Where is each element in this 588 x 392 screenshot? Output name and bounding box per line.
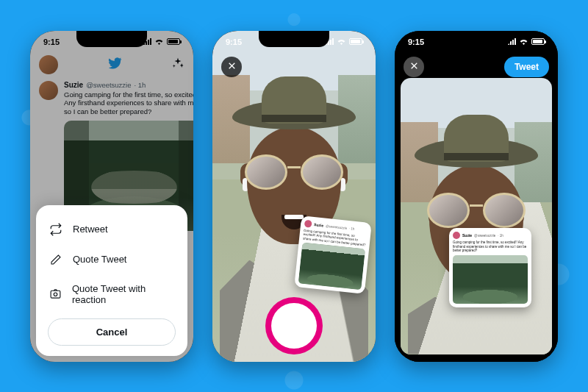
svg-rect-0 (51, 291, 60, 298)
reaction-preview[interactable]: Suzie @sweetsuzzie · 1h Going camping fo… (401, 78, 552, 354)
mini-author-name: Suzie (462, 233, 472, 238)
retweet-action-sheet: Retweet Quote Tweet Quote Tweet with rea… (36, 205, 187, 356)
mini-author-handle: @sweetsuzzie (474, 234, 495, 238)
battery-icon (531, 38, 545, 45)
quote-tweet-option[interactable]: Quote Tweet (48, 245, 176, 274)
mini-tweet-image (298, 243, 365, 291)
quote-reaction-option[interactable]: Quote Tweet with reaction (48, 274, 176, 314)
retweet-icon (49, 223, 62, 236)
retweet-option[interactable]: Retweet (48, 214, 176, 245)
mini-tweet-image (453, 255, 528, 304)
quote-label: Quote Tweet (73, 254, 126, 265)
record-button[interactable] (271, 303, 317, 349)
mini-avatar (453, 232, 460, 239)
phone-feed-actionsheet: 9:15 (30, 31, 193, 362)
notch (441, 31, 512, 47)
wifi-icon (519, 38, 528, 46)
quoted-tweet-overlay[interactable]: Suzie @sweetsuzzie · 1h Going camping fo… (449, 228, 531, 307)
mini-tweet-text: Going camping for the first time, so exc… (453, 240, 528, 252)
tweet-button[interactable]: Tweet (504, 57, 549, 77)
phone-compose-reaction: 9:15 Tweet (395, 31, 558, 362)
clock: 9:15 (226, 38, 242, 46)
cancel-button[interactable]: Cancel (48, 318, 176, 346)
mini-author-handle: @sweetsuzzie (326, 224, 347, 230)
pencil-icon (49, 254, 62, 266)
close-icon (409, 60, 419, 73)
clock: 9:15 (43, 38, 60, 46)
quoted-tweet-overlay[interactable]: Suzie @sweetsuzzie · 1h Going camping fo… (294, 216, 372, 295)
mini-age: · 1h (349, 227, 355, 231)
phone-camera-record: 9:15 (212, 31, 376, 362)
notch (76, 31, 147, 47)
clock: 9:15 (408, 38, 424, 46)
close-icon (227, 60, 237, 73)
camera-reaction-icon (49, 288, 62, 300)
close-button[interactable] (221, 57, 242, 77)
battery-icon (167, 38, 180, 45)
svg-point-1 (54, 293, 57, 296)
tweet-button-label: Tweet (514, 62, 539, 72)
wifi-icon (337, 38, 346, 46)
mini-author-name: Suzie (314, 222, 324, 227)
close-button[interactable] (404, 57, 424, 77)
battery-icon (349, 38, 362, 45)
mini-age: · 1h (498, 234, 503, 238)
notch (259, 31, 329, 47)
cancel-label: Cancel (96, 327, 128, 338)
retweet-label: Retweet (73, 224, 108, 235)
reaction-label: Quote Tweet with reaction (72, 283, 174, 305)
wifi-icon (154, 38, 164, 46)
mini-avatar (304, 220, 312, 228)
